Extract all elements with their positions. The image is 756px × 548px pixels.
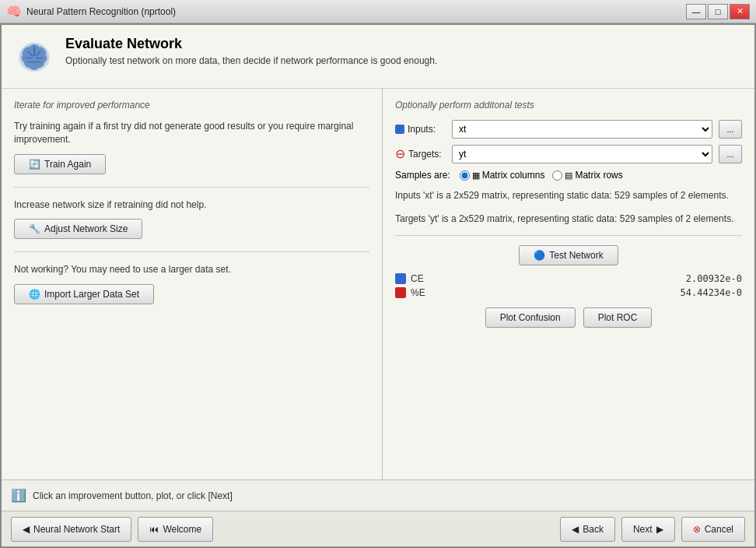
matrix-rows-input[interactable] (552, 170, 562, 181)
import-data-section: Not working? You may need to use a large… (14, 263, 369, 304)
left-panel: Iterate for improved performance Try tra… (2, 89, 383, 480)
right-divider (395, 235, 742, 236)
import-icon: 🌐 (29, 289, 40, 300)
targets-icon: ⊖ (395, 148, 405, 160)
right-panel-title: Optionally perform additonal tests (395, 100, 742, 111)
ce-icon (395, 273, 406, 284)
inputs-info: Inputs 'xt' is a 2x529 matrix, represent… (395, 188, 742, 202)
matrix-columns-radio[interactable]: ▦ Matrix columns (460, 170, 545, 181)
welcome-button[interactable]: ⏮ Welcome (138, 517, 213, 542)
header: Evaluate Network Optionally test network… (2, 25, 754, 89)
inputs-color-dot (395, 125, 404, 134)
radio-group: ▦ Matrix columns ▤ Matrix rows (460, 170, 623, 181)
targets-info: Targets 'yt' is a 2x529 matrix, represen… (395, 212, 742, 226)
cancel-button[interactable]: ⊗ Cancel (681, 517, 745, 542)
app-icon: 🧠 (6, 4, 22, 19)
plot-roc-button[interactable]: Plot ROC (583, 307, 653, 328)
inputs-browse-button[interactable]: ... (719, 120, 742, 139)
adjust-network-button[interactable]: 🔧 Adjust Network Size (14, 219, 142, 239)
plot-buttons-row: Plot Confusion Plot ROC (395, 307, 742, 328)
ce-metric-row: CE 2.00932e-0 (395, 273, 742, 284)
start-icon: ◀ (23, 524, 30, 535)
plot-confusion-button[interactable]: Plot Confusion (485, 307, 576, 328)
matrix-columns-input[interactable] (460, 170, 470, 181)
train-again-section: Try training again if a first try did no… (14, 120, 369, 174)
titlebar-left: 🧠 Neural Pattern Recognition (nprtool) (6, 4, 176, 19)
test-network-button[interactable]: 🔵 Test Network (519, 245, 618, 265)
targets-label: ⊖ Targets: (395, 148, 446, 160)
train-again-text: Try training again if a first try did no… (14, 120, 369, 146)
ce-value: 2.00932e-0 (686, 273, 742, 284)
titlebar-controls: — □ ✕ (686, 4, 750, 19)
targets-browse-button[interactable]: ... (719, 145, 742, 163)
titlebar-title: Neural Pattern Recognition (nprtool) (26, 6, 176, 17)
statusbar: ℹ️ Click an improvement button, plot, or… (2, 480, 754, 511)
main-window: Evaluate Network Optionally test network… (0, 23, 756, 548)
inputs-select[interactable]: xt (452, 120, 712, 139)
right-panel: Optionally perform additonal tests Input… (383, 89, 754, 480)
close-button[interactable]: ✕ (730, 4, 750, 19)
adjust-text: Increase network size if retraining did … (14, 198, 369, 212)
inputs-row: Inputs: xt ... (395, 120, 742, 139)
targets-row: ⊖ Targets: yt ... (395, 145, 742, 163)
left-panel-title: Iterate for improved performance (14, 100, 369, 111)
header-title: Evaluate Network (65, 36, 437, 52)
header-icon (14, 36, 54, 79)
content-area: Iterate for improved performance Try tra… (2, 89, 754, 480)
test-btn-row: 🔵 Test Network (395, 245, 742, 265)
pe-value: 54.44234e-0 (681, 287, 742, 298)
neural-network-start-button[interactable]: ◀ Neural Network Start (11, 517, 131, 542)
inputs-label: Inputs: (395, 124, 446, 135)
header-subtitle: Optionally test network on more data, th… (65, 55, 437, 66)
train-again-button[interactable]: 🔄 Train Again (14, 154, 106, 174)
pe-label: %E (411, 287, 681, 298)
back-button[interactable]: ◀ Back (560, 517, 615, 542)
welcome-icon: ⏮ (149, 524, 159, 535)
train-icon: 🔄 (29, 159, 40, 170)
samples-label: Samples are: (395, 170, 450, 181)
import-text: Not working? You may need to use a large… (14, 263, 369, 276)
status-text: Click an improvement button, plot, or cl… (33, 490, 233, 501)
bottombar-left: ◀ Neural Network Start ⏮ Welcome (11, 517, 213, 542)
targets-select[interactable]: yt (452, 145, 712, 163)
adjust-icon: 🔧 (29, 223, 40, 234)
divider-1 (14, 187, 369, 188)
divider-2 (14, 251, 369, 252)
maximize-button[interactable]: □ (708, 4, 728, 19)
adjust-network-section: Increase network size if retraining did … (14, 198, 369, 240)
bottombar-right: ◀ Back Next ▶ ⊗ Cancel (560, 517, 745, 542)
matrix-rows-radio[interactable]: ▤ Matrix rows (552, 170, 622, 181)
samples-row: Samples are: ▦ Matrix columns ▤ Matrix r… (395, 170, 742, 181)
import-data-button[interactable]: 🌐 Import Larger Data Set (14, 284, 154, 304)
matrix-rows-icon: ▤ (565, 170, 572, 181)
titlebar: 🧠 Neural Pattern Recognition (nprtool) —… (0, 0, 756, 23)
pe-metric-row: %E 54.44234e-0 (395, 287, 742, 298)
ce-label: CE (411, 273, 686, 284)
status-icon: ℹ️ (11, 488, 26, 503)
cancel-icon: ⊗ (693, 524, 701, 535)
minimize-button[interactable]: — (686, 4, 706, 19)
bottombar: ◀ Neural Network Start ⏮ Welcome ◀ Back … (2, 511, 754, 546)
matrix-icon: ▦ (472, 170, 480, 181)
pe-icon (395, 287, 406, 298)
test-icon: 🔵 (534, 250, 545, 261)
next-button[interactable]: Next ▶ (621, 517, 675, 542)
next-icon: ▶ (656, 524, 663, 535)
header-text: Evaluate Network Optionally test network… (65, 36, 437, 66)
back-icon: ◀ (572, 524, 579, 535)
